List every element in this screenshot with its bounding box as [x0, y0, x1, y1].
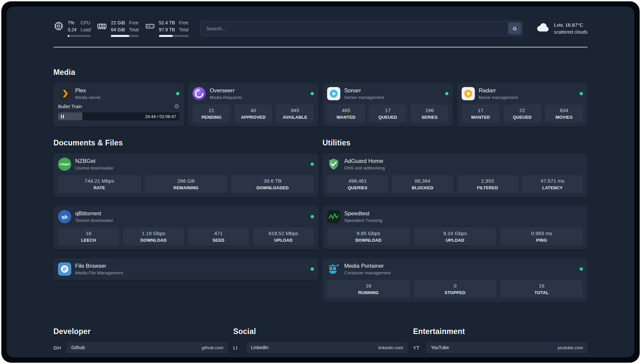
disk-monitor: 52.4 TB 97.9 TB Free Total: [145, 20, 189, 37]
stat-tile: 1.19 Gbps DOWNLOAD: [123, 228, 184, 245]
speedtest-icon: [327, 210, 340, 223]
bookmark-pill: YouTube youtube.com: [426, 342, 588, 353]
stat-tile: 485 WANTED: [327, 105, 365, 122]
service-card-radarr[interactable]: Radarr Movie management 17 WANTED 2: [457, 83, 588, 127]
status-dot: [311, 92, 314, 95]
stat-tile: 266 GB REMAINING: [145, 175, 228, 193]
resource-monitors: 7% 3.24 CPU Load: [53, 20, 189, 37]
disk-total-value: 97.9 TB: [159, 27, 175, 33]
cpu-load-value: 3.24: [68, 27, 76, 33]
weather-location: Lviv, 16.87°C: [554, 21, 588, 29]
weather-condition: scattered clouds: [554, 29, 588, 35]
bookmark-domain: youtube.com: [558, 345, 583, 350]
bookmark-pill: LinkedIn linkedin.com: [246, 342, 408, 353]
stat-tile: 22 QUEUED: [504, 105, 541, 122]
memory-progress-bar: [111, 35, 138, 37]
bookmark-abbr: LI: [233, 345, 246, 350]
disk-free-value: 52.4 TB: [159, 20, 175, 26]
utilities-section-title: Utilities: [322, 138, 588, 147]
section-entertainment: Entertainment YT YouTube youtube.com NF: [413, 327, 588, 357]
service-subtitle: Media Requests: [210, 95, 307, 100]
service-subtitle: Series management: [344, 95, 441, 100]
service-name: NZBGet: [75, 158, 307, 165]
qbittorrent-icon: qb: [58, 210, 71, 223]
stat-tile: 9.24 Gbps UPLOAD: [414, 228, 497, 245]
memory-icon: [97, 20, 107, 31]
service-name: qBittorrent: [75, 210, 307, 217]
bookmark-youtube[interactable]: YT YouTube youtube.com: [413, 342, 588, 353]
dashboard: 7% 3.24 CPU Load: [7, 7, 634, 357]
media-section-title: Media: [53, 68, 588, 77]
service-subtitle: Torrent downloader: [75, 218, 307, 223]
service-card-overseerr[interactable]: Overseerr Media Requests 21 PENDING: [188, 83, 319, 127]
stat-tile: 498,461 QUERIES: [327, 175, 388, 193]
radarr-icon: [462, 87, 475, 100]
stat-tile: 945 AVAILABLE: [276, 105, 314, 122]
stat-tile: 16 TOTAL: [500, 280, 583, 298]
bookmark-github[interactable]: GH Github github.com: [53, 342, 228, 353]
bookmark-pill: Github github.com: [67, 342, 228, 353]
service-name: AdGuard Home: [344, 158, 583, 165]
pause-icon[interactable]: [61, 115, 64, 118]
service-name: File Browser: [75, 263, 307, 269]
bookmark-linkedin[interactable]: LI LinkedIn linkedin.com: [233, 342, 408, 353]
search-bar: G: [200, 21, 523, 36]
stat-tile: 471 SEED: [188, 228, 249, 245]
social-section-title: Social: [233, 327, 408, 336]
memory-free-value: 22 GiB: [111, 20, 125, 26]
cpu-icon: [53, 20, 64, 31]
status-dot: [311, 267, 314, 271]
weather-widget[interactable]: Lviv, 16.87°C scattered clouds: [535, 21, 588, 35]
section-media: Media Plex: [53, 68, 588, 127]
memory-monitor: 22 GiB 64 GiB Free Total: [97, 20, 138, 37]
entertainment-section-title: Entertainment: [413, 327, 588, 336]
service-card-plex[interactable]: Plex Media server Bullet Train ⚙: [53, 83, 184, 127]
service-name: Overseerr: [210, 87, 307, 94]
section-utilities: Utilities: [322, 138, 588, 302]
stat-tile: 21 PENDING: [193, 105, 230, 122]
cpu-progress-bar: [68, 35, 91, 37]
cloud-icon: [535, 22, 550, 34]
service-subtitle: Usenet downloader: [75, 166, 307, 170]
service-name: Speedtest: [344, 210, 583, 217]
service-subtitle: Media File Management: [75, 270, 307, 275]
plex-icon: [58, 87, 71, 100]
stat-tile: 9.65 Gbps DOWNLOAD: [327, 228, 410, 245]
service-subtitle: DNS and adblocking: [344, 166, 583, 170]
service-card-nzbget[interactable]: nzbget NZBGet Usenet downloader 744.21 M…: [53, 153, 319, 197]
service-card-adguard[interactable]: AdGuard Home DNS and adblocking 498,461 …: [322, 153, 588, 197]
top-bar: 7% 3.24 CPU Load: [53, 20, 588, 37]
status-dot: [311, 163, 314, 166]
cpu-usage-value: 7%: [68, 20, 76, 26]
stat-tile: 17 QUEUED: [369, 105, 407, 122]
stat-tile: 17 WANTED: [462, 105, 500, 122]
search-input[interactable]: [200, 21, 523, 36]
search-engine-button[interactable]: G: [508, 22, 521, 34]
service-name: Media Portainer: [344, 263, 576, 269]
portainer-icon: [327, 262, 340, 276]
bookmark-name: Github: [71, 345, 85, 350]
section-social: Social LI LinkedIn linkedin.com TW: [233, 327, 408, 357]
disk-progress-bar: [159, 35, 189, 37]
stat-tile: 39.6 TB DOWNLOADED: [231, 175, 314, 193]
stat-tile: 0 STOPPED: [414, 280, 497, 298]
status-dot: [445, 92, 448, 95]
playback-time: 24:44 / 02:06:47: [145, 112, 176, 120]
sonarr-icon: [327, 87, 340, 100]
disk-free-label: Free: [179, 20, 189, 26]
disk-total-label: Total: [179, 27, 189, 33]
service-card-portainer[interactable]: Media Portainer Container management 16 …: [322, 258, 588, 302]
bookmark-name: YouTube: [431, 345, 449, 350]
service-card-filebrowser[interactable]: File Browser Media File Management: [53, 258, 319, 280]
playback-progress-bar[interactable]: 24:44 / 02:06:47: [58, 112, 179, 120]
service-card-sonarr[interactable]: Sonarr Series management 485 WANTED: [322, 83, 453, 127]
service-name: Plex: [75, 87, 172, 94]
status-dot: [176, 92, 179, 95]
service-card-qbittorrent[interactable]: qb qBittorrent Torrent downloader 16: [53, 206, 319, 250]
gear-icon[interactable]: ⚙: [174, 104, 179, 109]
filebrowser-icon: [58, 262, 71, 276]
disk-icon: [145, 20, 155, 31]
stat-tile: 744.21 Mbps RATE: [58, 175, 141, 193]
topbar-divider: [53, 47, 588, 47]
service-card-speedtest[interactable]: Speedtest Speedtest Tracking 9.65 Gbps D…: [322, 206, 588, 250]
